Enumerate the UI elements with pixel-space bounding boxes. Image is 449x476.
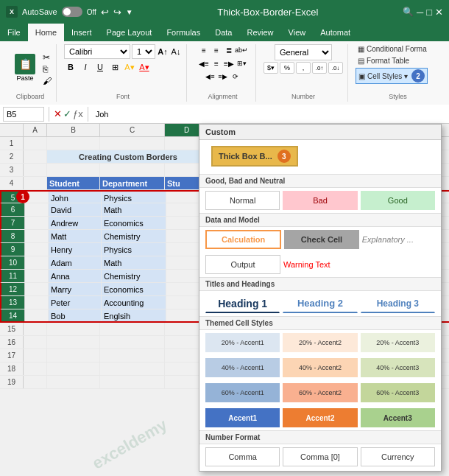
copy-icon[interactable]: ⎘ (43, 64, 52, 74)
fill-color-button[interactable]: A▾ (123, 60, 136, 74)
cell[interactable] (25, 270, 49, 282)
cell[interactable] (100, 164, 165, 176)
maximize-icon[interactable]: □ (426, 7, 432, 18)
cell[interactable] (24, 137, 47, 150)
paste-button[interactable]: 📋 Paste (9, 51, 41, 85)
col-header-b[interactable]: B (47, 124, 100, 136)
cell[interactable] (47, 363, 100, 375)
cell[interactable] (24, 376, 47, 388)
font-color-button[interactable]: A▾ (138, 60, 151, 74)
cell[interactable] (24, 164, 47, 176)
col-header-a[interactable]: A (24, 124, 47, 136)
cell-reference-input[interactable] (3, 107, 44, 122)
merge-center-btn[interactable]: ⊞▾ (236, 57, 247, 69)
row-header[interactable]: 11 (1, 270, 25, 282)
merged-header-cell[interactable]: Creating Custom Borders (47, 150, 209, 163)
cell[interactable]: Henry (49, 243, 102, 256)
cell[interactable] (24, 323, 47, 335)
heading2-style[interactable]: Heading 2 (283, 294, 357, 313)
align-top-right-btn[interactable]: ≣ (223, 44, 235, 56)
bold-button[interactable]: B (64, 60, 77, 74)
increase-indent-btn[interactable]: ≡▶ (217, 71, 229, 83)
row-header[interactable]: 19 (0, 376, 24, 388)
tab-file[interactable]: File (0, 24, 28, 41)
col-header-c[interactable]: C (100, 124, 165, 136)
cell[interactable]: Physics (102, 192, 166, 203)
custom-thick-box-item[interactable]: Thick Box B... 3 (211, 146, 298, 167)
accent3-40-style[interactable]: 40% - Accent3 (361, 358, 435, 377)
row-header[interactable]: 9 (1, 243, 25, 256)
accent1-style[interactable]: Accent1 (205, 408, 280, 427)
accent2-60-style[interactable]: 60% - Accent2 (283, 383, 357, 402)
cell[interactable] (25, 296, 49, 309)
cell[interactable] (47, 336, 100, 349)
tab-automat[interactable]: Automat (313, 24, 358, 41)
cell[interactable] (100, 323, 165, 335)
cell[interactable] (24, 349, 47, 362)
currency-style[interactable]: Currency (361, 447, 435, 466)
row-header[interactable]: 17 (0, 349, 24, 362)
cell[interactable]: Economics (102, 217, 166, 229)
percent-btn[interactable]: % (280, 62, 294, 74)
row-header[interactable]: 12 (1, 283, 25, 295)
row-header[interactable]: 8 (1, 230, 25, 242)
cell[interactable] (47, 349, 100, 362)
number-format-select[interactable]: General (275, 44, 332, 60)
undo-icon[interactable]: ↩ (101, 7, 109, 18)
cell[interactable]: Matt (49, 230, 102, 242)
accent2-40-style[interactable]: 40% - Accent2 (283, 358, 357, 377)
confirm-formula-icon[interactable]: ✓ (63, 108, 71, 119)
cell[interactable] (25, 217, 49, 229)
tab-page-layout[interactable]: Page Layout (99, 24, 160, 41)
row-header[interactable]: 18 (0, 363, 24, 375)
row-header[interactable]: 16 (0, 336, 24, 349)
cell[interactable] (24, 177, 47, 189)
cell[interactable] (25, 283, 49, 295)
conditional-formatting-button[interactable]: ▦ Conditional Forma (356, 44, 429, 54)
accent3-style[interactable]: Accent3 (361, 408, 435, 427)
cell[interactable]: Englsih (102, 309, 166, 321)
wrap-text-btn[interactable]: ab↵ (236, 44, 247, 56)
cancel-formula-icon[interactable]: ✕ (54, 108, 62, 119)
cell[interactable]: Peter (49, 296, 102, 309)
cell[interactable] (100, 363, 165, 375)
cut-icon[interactable]: ✂ (43, 52, 52, 63)
calculation-style[interactable]: Calculation (205, 230, 281, 249)
insert-function-icon[interactable]: ƒx (73, 108, 83, 119)
comma-style-btn[interactable]: , (296, 62, 311, 74)
decrease-font-size-btn[interactable]: A↓ (170, 46, 182, 57)
cell[interactable] (25, 203, 49, 216)
increase-decimal-btn[interactable]: .0↑ (312, 62, 327, 74)
minimize-icon[interactable]: ─ (417, 7, 423, 18)
decrease-decimal-btn[interactable]: .0↓ (328, 62, 343, 74)
heading1-style[interactable]: Heading 1 (205, 294, 280, 313)
tab-data[interactable]: Data (208, 24, 239, 41)
cell[interactable]: Chemistry (102, 270, 166, 282)
format-as-table-button[interactable]: ▤ Format Table (356, 56, 411, 66)
accent1-60-style[interactable]: 60% - Accent1 (205, 383, 280, 402)
cell[interactable]: Anna (49, 270, 102, 282)
cell[interactable] (24, 363, 47, 375)
accent2-20-style[interactable]: 20% - Accent2 (283, 333, 357, 352)
close-icon[interactable]: ✕ (435, 7, 443, 18)
normal-style[interactable]: Normal (205, 191, 280, 210)
autosave-toggle[interactable] (62, 7, 82, 17)
cell[interactable]: Accounting (102, 296, 166, 309)
bad-style[interactable]: Bad (283, 191, 357, 210)
cell[interactable]: Math (102, 256, 166, 269)
align-center-btn[interactable]: ≡ (211, 57, 222, 69)
align-right-btn[interactable]: ≡▶ (223, 57, 235, 69)
quick-save-icon[interactable]: ▼ (126, 8, 133, 16)
cell[interactable] (25, 243, 49, 256)
accounting-format-btn[interactable]: $▾ (264, 62, 278, 74)
cell[interactable] (25, 256, 49, 269)
font-size-select[interactable]: 12 (132, 44, 155, 59)
row-header[interactable]: 15 (0, 323, 24, 335)
row-header[interactable]: 2 (0, 150, 24, 163)
row-header[interactable]: 7 (1, 217, 25, 229)
row-header[interactable]: 14 (1, 309, 25, 321)
format-painter-icon[interactable]: 🖌 (43, 76, 52, 86)
cell[interactable]: Economics (102, 283, 166, 295)
cell[interactable] (25, 230, 49, 242)
cell[interactable]: Physics (102, 243, 166, 256)
